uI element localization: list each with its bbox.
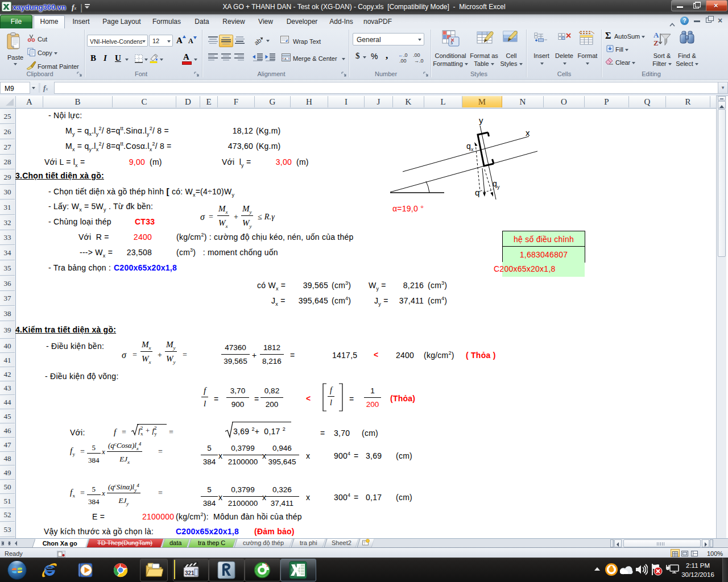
svg-text:A: A bbox=[653, 31, 659, 39]
svg-text:Z: Z bbox=[653, 39, 659, 47]
svg-text:321: 321 bbox=[185, 570, 195, 576]
